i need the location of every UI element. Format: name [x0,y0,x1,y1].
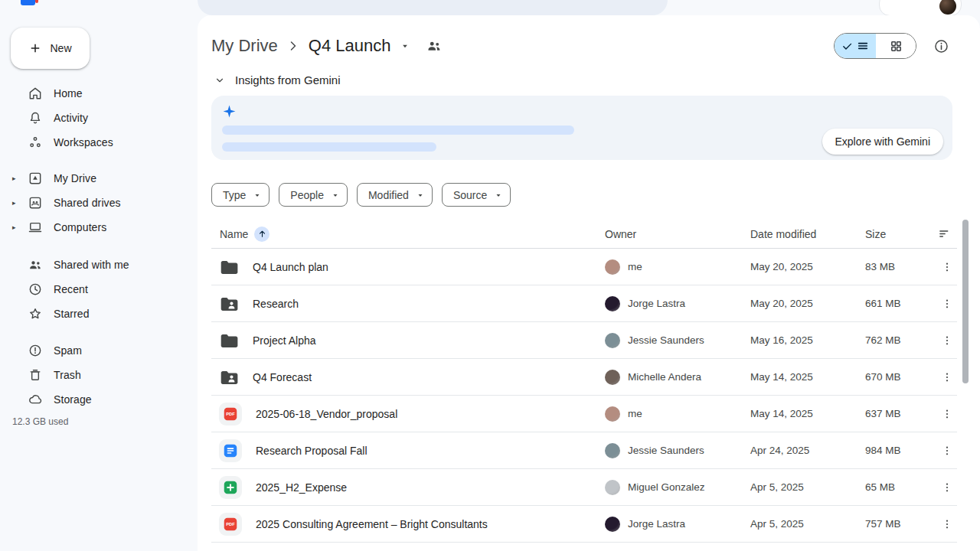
row-more-button[interactable] [938,481,957,494]
sidebar-item-shared-drives[interactable]: ▸Shared drives [0,191,188,215]
grid-view-button[interactable] [876,34,916,58]
sidebar-item-trash[interactable]: Trash [0,363,188,387]
file-name-cell: Q4 Forecast [211,367,605,387]
sidebar-item-recent[interactable]: Recent [0,277,188,302]
sort-ascending-indicator[interactable] [254,227,270,242]
spam-icon [28,343,43,358]
filter-chip-label: Modified [368,189,409,201]
file-name-cell: Project Alpha [211,331,605,350]
list-view-button[interactable] [835,34,876,58]
main-panel: My Drive Q4 Launch [198,15,980,551]
sidebar-group: ▸My Drive▸Shared drives▸Computers [0,166,188,240]
owner-avatar [605,296,620,311]
filter-chip-people[interactable]: People [279,183,348,207]
owner-cell: Jessie Saunders [605,443,750,458]
row-more-button[interactable] [938,445,957,457]
info-button[interactable] [933,38,949,54]
owner-avatar [605,259,620,275]
row-more-button[interactable] [938,298,957,310]
more-vertical-icon [941,261,953,273]
sidebar-item-shared-with-me[interactable]: Shared with me [0,253,188,277]
workspaces-icon [28,135,43,150]
table-row[interactable]: Research Jorge Lastra May 20, 2025 661 M… [211,285,957,322]
row-more-button[interactable] [938,334,957,347]
expand-caret-icon[interactable]: ▸ [12,223,28,231]
loading-skeleton-bar [222,142,436,152]
row-more-button[interactable] [938,408,957,420]
file-thumbnail: PDF [219,403,242,425]
clock-icon [28,282,43,297]
table-row[interactable]: PDF 2025 Consulting Agreement – Bright C… [211,506,957,543]
sidebar-group: Shared with meRecentStarred [0,253,188,326]
sidebar-item-computers[interactable]: ▸Computers [0,215,188,240]
cloud-icon [28,392,43,407]
sidebar-item-label: Starred [54,308,90,320]
expand-caret-icon[interactable]: ▸ [12,174,28,182]
search-bar[interactable] [198,0,668,15]
shared-with-me-icon [28,257,43,272]
folder-icon [219,331,239,350]
size-cell: 637 MB [865,408,938,419]
filter-chip-modified[interactable]: Modified [357,183,433,207]
sidebar-item-spam[interactable]: Spam [0,338,188,363]
sidebar-item-storage[interactable]: Storage [0,387,188,412]
new-button[interactable]: New [11,28,90,69]
column-header-modified[interactable]: Date modified [750,228,865,240]
sidebar-item-starred[interactable]: Starred [0,302,188,326]
sidebar-item-home[interactable]: Home [0,81,188,106]
expand-caret-icon[interactable]: ▸ [12,199,28,207]
owner-avatar [605,480,620,495]
breadcrumb-my-drive[interactable]: My Drive [211,36,278,56]
breadcrumb-q4-launch[interactable]: Q4 Launch [309,36,391,56]
sidebar-item-label: Shared drives [54,197,121,209]
sidebar-item-label: Shared with me [54,259,129,271]
file-table: Name Owner Date modified Size Q4 Launch … [211,220,957,543]
table-row[interactable]: Q4 Forecast Michelle Andera May 14, 2025… [211,359,957,396]
vertical-scrollbar[interactable] [962,220,969,383]
storage-used-label: 12.3 GB used [12,416,68,427]
more-vertical-icon [941,371,953,383]
row-more-button[interactable] [938,261,957,273]
size-cell: 65 MB [865,481,938,493]
account-area[interactable] [879,0,962,16]
file-name-cell: Research Proposal Fall [211,439,605,462]
insights-toggle[interactable]: Insights from Gemini [214,73,341,86]
table-row[interactable]: Research Proposal Fall Jessie Saunders A… [211,432,957,469]
owner-name: Miguel Gonzalez [628,481,705,493]
file-name: 2025_H2_Expense [256,481,347,494]
owner-name: me [628,408,642,419]
google-drive-app: New HomeActivityWorkspaces▸My Drive▸Shar… [0,0,980,551]
sidebar-item-workspaces[interactable]: Workspaces [0,130,188,155]
filter-chip-type[interactable]: Type [211,183,270,207]
shared-members-icon[interactable] [426,37,443,54]
more-vertical-icon [941,298,953,310]
chevron-right-icon [286,38,301,54]
sidebar-item-my-drive[interactable]: ▸My Drive [0,166,188,191]
plus-icon [28,41,42,55]
column-header-name[interactable]: Name [211,227,605,242]
row-more-button[interactable] [938,371,957,383]
owner-avatar [605,517,620,532]
date-modified-cell: May 16, 2025 [750,334,865,346]
filter-chip-source[interactable]: Source [442,183,511,207]
sort-icon [938,227,951,240]
arrow-up-icon [257,229,267,239]
sidebar-item-activity[interactable]: Activity [0,106,188,130]
table-row[interactable]: Q4 Launch plan me May 20, 2025 83 MB [211,249,957,285]
table-row[interactable]: 2025_H2_Expense Miguel Gonzalez Apr 5, 2… [211,469,957,506]
owner-cell: Jorge Lastra [605,517,750,532]
shared-drives-icon [28,195,43,210]
column-header-size[interactable]: Size [865,228,938,240]
date-modified-cell: Apr 5, 2025 [750,518,865,530]
column-header-owner[interactable]: Owner [605,228,750,240]
folder-menu-caret-icon[interactable] [400,41,410,51]
user-avatar[interactable] [939,0,956,15]
table-row[interactable]: PDF 2025-06-18_Vendor_proposal me May 14… [211,396,957,432]
owner-avatar [605,406,620,422]
svg-text:PDF: PDF [226,412,235,416]
shared-folder-icon [219,294,239,314]
table-row[interactable]: Project Alpha Jessie Saunders May 16, 20… [211,322,957,359]
sort-options-button[interactable] [938,227,957,240]
explore-with-gemini-button[interactable]: Explore with Gemini [822,129,944,155]
row-more-button[interactable] [938,518,957,530]
